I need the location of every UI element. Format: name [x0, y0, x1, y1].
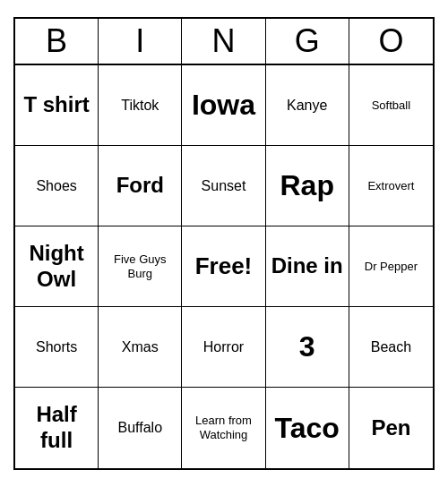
- bingo-cell: T shirt: [15, 65, 99, 146]
- header-letter: I: [99, 19, 182, 64]
- bingo-cell: Kanye: [266, 65, 349, 146]
- bingo-cell: Shoes: [15, 146, 99, 226]
- bingo-cell: Pen: [349, 388, 433, 468]
- bingo-cell: Night Owl: [15, 226, 99, 307]
- bingo-grid: T shirtTiktokIowaKanyeSoftballShoesFordS…: [15, 65, 433, 468]
- bingo-cell: Dr Pepper: [349, 226, 433, 307]
- bingo-cell: Ford: [99, 146, 182, 226]
- bingo-cell: Taco: [266, 388, 349, 468]
- bingo-cell: Learn from Watching: [182, 388, 265, 468]
- header-letter: G: [266, 19, 349, 64]
- header-letter: N: [182, 19, 265, 64]
- bingo-cell: Buffalo: [99, 388, 182, 468]
- bingo-cell: Sunset: [182, 146, 265, 226]
- bingo-cell: Shorts: [15, 307, 99, 388]
- bingo-cell: Free!: [182, 226, 265, 307]
- bingo-cell: Half full: [15, 388, 99, 468]
- bingo-cell: 3: [266, 307, 349, 388]
- bingo-header: BINGO: [15, 19, 433, 65]
- bingo-cell: Softball: [349, 65, 433, 146]
- header-letter: B: [15, 19, 99, 64]
- bingo-cell: Horror: [182, 307, 265, 388]
- bingo-cell: Rap: [266, 146, 349, 226]
- bingo-cell: Iowa: [182, 65, 265, 146]
- header-letter: O: [349, 19, 433, 64]
- bingo-cell: Xmas: [99, 307, 182, 388]
- bingo-card: BINGO T shirtTiktokIowaKanyeSoftballShoe…: [13, 17, 435, 470]
- bingo-cell: Dine in: [266, 226, 349, 307]
- bingo-cell: Beach: [349, 307, 433, 388]
- bingo-cell: Extrovert: [349, 146, 433, 226]
- bingo-cell: Tiktok: [99, 65, 182, 146]
- bingo-cell: Five Guys Burg: [99, 226, 182, 307]
